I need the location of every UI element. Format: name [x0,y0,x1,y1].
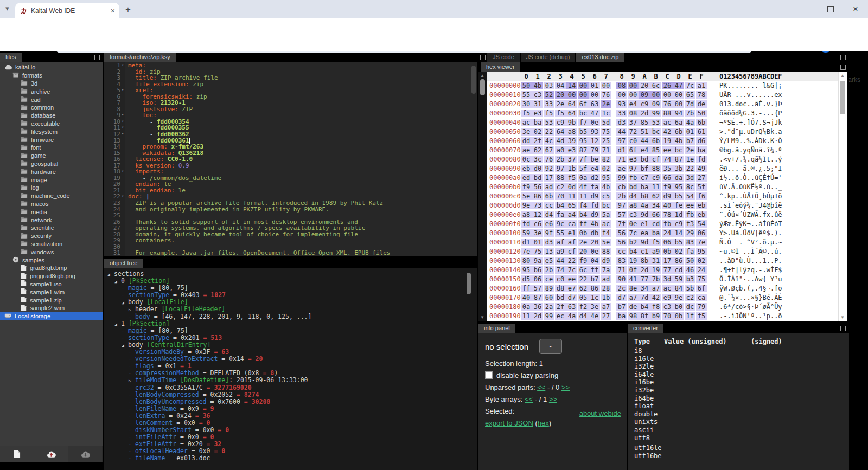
hex-byte[interactable]: 82 [601,156,611,163]
hex-byte[interactable]: 00 [566,91,577,99]
hex-byte[interactable]: ee [566,275,577,283]
hex-byte[interactable]: ff [589,266,600,274]
hex-byte[interactable]: 0b [673,312,684,320]
editor-scrollbar-thumb[interactable] [471,66,476,94]
hex-byte[interactable]: 3b [673,165,684,172]
hex-byte[interactable]: 7b [685,110,695,117]
hex-byte[interactable]: f5 [650,239,661,246]
hex-byte[interactable]: e3 [628,156,639,163]
tab-search-icon[interactable]: ▾ [5,4,9,12]
hex-byte[interactable]: 31 [650,257,661,265]
hex-byte[interactable]: 3c [532,156,543,163]
hex-byte[interactable]: ed [521,174,532,182]
hex-byte[interactable]: 2c [616,285,627,292]
fold-arrow-icon[interactable]: ▾ [120,112,125,119]
hex-byte[interactable]: 2e [601,100,611,108]
hex-byte[interactable]: e1 [566,229,577,237]
tree-item-sample1-wim[interactable]: sample1.wim [0,288,103,296]
hex-byte[interactable]: 7c [685,82,695,89]
hex-byte[interactable]: 00 [589,91,600,99]
hex-byte[interactable]: 19 [662,137,673,145]
hex-byte[interactable]: ea [639,229,650,237]
hex-byte[interactable]: 0c [521,156,532,163]
maximize-panel-icon[interactable] [94,55,100,60]
hex-byte[interactable]: 5f [578,165,589,172]
hex-byte[interactable]: a7 [650,285,661,292]
hex-byte[interactable]: 1f [685,312,695,320]
hex-byte[interactable]: c5 [601,192,611,200]
hex-byte[interactable]: b2 [628,239,639,246]
hex-byte[interactable]: 5e [601,239,611,246]
hex-byte[interactable]: 79 [589,146,600,154]
hex-byte[interactable]: d4 [544,211,554,218]
hex-byte[interactable]: e4 [639,146,650,154]
hex-byte[interactable]: 00 [578,82,589,89]
hex-byte[interactable]: 73 [532,202,543,209]
hex-byte[interactable]: dd [521,137,532,145]
unparsed-prev-link[interactable]: << [537,383,545,391]
minimize-button[interactable]: — [793,0,818,18]
hex-byte[interactable]: ca [566,220,577,228]
hex-byte[interactable]: 27 [696,174,707,182]
hex-byte[interactable]: 87 [532,294,543,301]
hex-byte[interactable]: 78 [662,211,673,218]
hex-byte[interactable]: ff [521,285,532,292]
hex-byte[interactable]: 44 [616,128,627,136]
hex-byte[interactable]: 6f [696,285,707,292]
hex-byte[interactable]: 9d [639,239,650,246]
hex-byte[interactable]: 5d [601,119,611,126]
scrollbar-thumb[interactable] [480,79,485,95]
hex-byte[interactable]: 4b [673,137,684,145]
hex-byte[interactable]: 3d [662,275,673,283]
hex-byte[interactable]: bc [673,146,684,154]
hex-byte[interactable]: b9 [650,312,661,320]
hex-byte[interactable]: 00 [578,91,589,99]
hex-byte[interactable]: 88 [601,248,611,255]
download-cloud-button[interactable] [68,446,103,462]
hex-byte[interactable]: a7 [628,294,639,301]
hex-byte[interactable]: 64 [555,128,566,136]
tree-item-firmware[interactable]: firmware [0,136,103,144]
hex-byte[interactable]: b4 [628,248,639,255]
hex-byte[interactable]: 9c [555,220,566,228]
hex-byte[interactable]: 22 [566,257,577,265]
hex-byte[interactable]: ff [578,220,589,228]
hex-byte[interactable]: 17 [544,174,554,182]
hex-byte[interactable]: 5f [696,183,707,191]
hex-byte[interactable]: 4c [544,137,554,145]
tree-item-sample1-zip[interactable]: sample1.zip [0,296,103,304]
hex-byte[interactable]: 0b [578,229,589,237]
hex-byte[interactable]: 6b [544,192,554,200]
hex-byte[interactable]: d7 [566,294,577,301]
hex-byte[interactable]: c6 [532,220,543,228]
hex-byte[interactable]: 71 [601,146,611,154]
hex-byte[interactable]: 62 [650,192,661,200]
hex-byte[interactable]: 08 [628,110,639,117]
hex-byte[interactable]: bc [578,110,589,117]
hex-byte[interactable]: 53 [544,119,554,126]
hex-byte[interactable]: fb [628,174,639,182]
hex-byte[interactable]: 02 [601,165,611,172]
hex-byte[interactable]: db [589,229,600,237]
hex-byte[interactable]: 17 [662,257,673,265]
tree-item-local-storage[interactable]: Local storage [0,312,103,320]
hex-byte[interactable]: 00 [673,100,684,108]
tab-converter[interactable]: converter [628,324,663,333]
hex-byte[interactable]: 14 [566,82,577,89]
hex-byte[interactable]: 00 [601,82,611,89]
hex-byte[interactable]: a9 [555,248,566,255]
tree-item-log[interactable]: log [0,184,103,192]
hex-byte[interactable]: 02 [532,128,543,136]
hex-byte[interactable]: 37 [628,119,639,126]
hex-byte[interactable]: 2f [532,137,543,145]
hex-byte[interactable]: 0a [521,303,532,311]
hex-byte[interactable]: d4 [578,312,589,320]
hex-byte[interactable]: 22 [544,128,554,136]
hex-byte[interactable]: 59 [673,275,684,283]
hex-byte[interactable]: 30 [521,100,532,108]
hex-byte[interactable]: 36 [532,303,543,311]
hex-right-scrollbar[interactable]: ▲ ▼ [838,72,847,321]
hex-byte[interactable]: 2d [639,110,650,117]
hex-byte[interactable]: 7e [521,248,532,255]
hex-byte[interactable]: 71 [616,156,627,163]
